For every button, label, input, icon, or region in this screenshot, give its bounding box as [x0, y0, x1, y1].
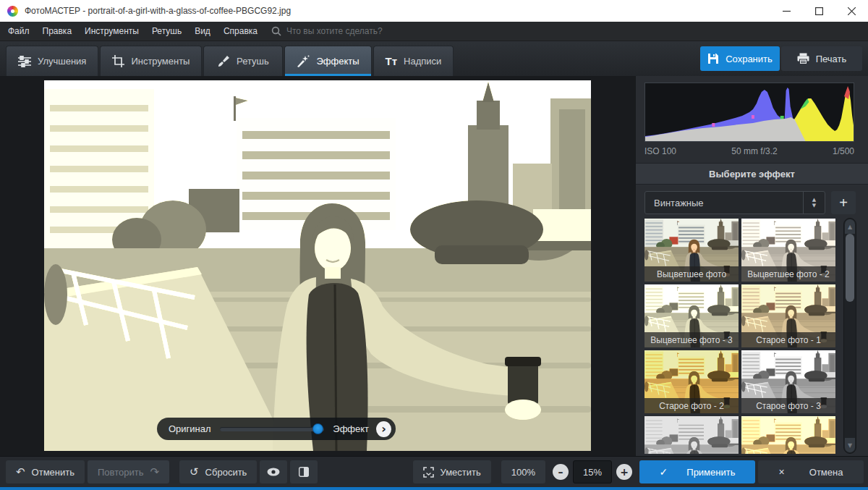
print-button[interactable]: Печать [781, 46, 862, 71]
spinner-arrows-icon[interactable]: ▲▼ [803, 192, 825, 214]
effect-preview [644, 416, 739, 454]
menu-view[interactable]: Вид [188, 22, 217, 41]
tab-label: Инструменты [131, 56, 190, 67]
save-button[interactable]: Сохранить [700, 46, 780, 71]
cancel-button[interactable]: × Отмена [758, 460, 864, 483]
check-icon: ✓ [660, 466, 668, 478]
crop-icon [112, 55, 124, 67]
tab-effects[interactable]: Эффекты [284, 46, 371, 76]
exif-iso: ISO 100 [644, 146, 676, 156]
search-input[interactable]: Что вы хотите сделать? [271, 26, 383, 36]
effect-label: Выцветшее фото - 2 [741, 266, 835, 282]
undo-button[interactable]: ↶ Отменить [6, 460, 85, 483]
zoom-in-button[interactable]: + [616, 464, 632, 480]
plus-icon: + [620, 466, 629, 478]
exif-shutter: 1/500 [833, 146, 854, 156]
effects-scrollbar[interactable]: ▲ ▼ [843, 218, 856, 454]
minimize-button[interactable] [770, 0, 803, 22]
window-accent-border [0, 487, 868, 490]
print-label: Печать [816, 54, 847, 64]
next-effect-button[interactable]: › [376, 421, 391, 437]
redo-button[interactable]: Повторить ↷ [88, 460, 169, 483]
scrollbar-thumb[interactable] [846, 234, 854, 302]
window-title: ФотоМАСТЕР - portrait-of-a-girl-with-a-g… [25, 6, 291, 16]
effect-thumbnail-5[interactable]: Старое фото - 2 [644, 350, 739, 413]
compare-slider-thumb[interactable] [312, 423, 323, 434]
scroll-down-icon[interactable]: ▼ [845, 438, 855, 452]
save-label: Сохранить [726, 54, 773, 64]
tab-label: Улучшения [38, 56, 86, 67]
effect-thumbnail-2[interactable]: Выцветшее фото - 2 [741, 219, 835, 282]
tab-tools[interactable]: Инструменты [100, 46, 202, 76]
save-icon [707, 53, 719, 64]
apply-label: Применить [686, 467, 735, 478]
app-window: ФотоМАСТЕР - portrait-of-a-girl-with-a-g… [0, 0, 868, 490]
compare-slider: Оригинал Эффект › [157, 418, 396, 440]
zoom-value-label: 15% [583, 467, 602, 478]
effect-thumbnail-8[interactable] [741, 416, 835, 454]
tab-retouch[interactable]: Ретушь [203, 46, 283, 76]
text-icon: Tт [386, 55, 398, 67]
zoom-100-button[interactable]: 100% [501, 460, 545, 483]
split-view-icon [299, 467, 309, 477]
reset-button[interactable]: ↺ Сбросить [179, 460, 257, 483]
effect-category-value: Винтажные [645, 198, 803, 208]
maximize-button[interactable] [803, 0, 835, 22]
redo-label: Повторить [98, 467, 143, 478]
undo-label: Отменить [32, 467, 75, 478]
menu-retouch[interactable]: Ретушь [145, 22, 188, 41]
app-logo-icon [7, 6, 18, 17]
photo-canvas: Оригинал Эффект › [0, 76, 635, 456]
effect-thumbnail-4[interactable]: Старое фото - 1 [741, 284, 835, 347]
menu-edit[interactable]: Правка [36, 22, 79, 41]
apply-button[interactable]: ✓ Применить [639, 460, 755, 483]
fit-label: Уместить [440, 467, 480, 478]
effect-label: Старое фото - 3 [741, 398, 835, 413]
undo-icon: ↶ [16, 467, 25, 478]
effect-thumbnail-7[interactable] [644, 416, 739, 454]
add-effect-button[interactable]: + [831, 191, 856, 214]
tab-label: Надписи [404, 56, 441, 67]
reset-label: Сбросить [205, 467, 247, 478]
scroll-up-icon[interactable]: ▲ [845, 219, 855, 234]
compare-original-label: Оригинал [169, 423, 211, 434]
effect-category-select[interactable]: Винтажные ▲▼ [644, 191, 825, 214]
title-bar: ФотоМАСТЕР - portrait-of-a-girl-with-a-g… [0, 0, 868, 22]
search-icon [271, 26, 281, 36]
tab-captions[interactable]: Tт Надписи [373, 46, 454, 76]
effect-preview [741, 416, 835, 454]
redo-icon: ↷ [150, 467, 159, 478]
tab-enhancements[interactable]: Улучшения [6, 46, 98, 76]
effect-thumbnail-6[interactable]: Старое фото - 3 [741, 350, 835, 413]
eye-icon [267, 468, 280, 476]
histogram [644, 83, 854, 142]
edited-photo [44, 80, 591, 451]
effect-label: Выцветшее фото [644, 266, 739, 282]
effects-header: Выберите эффект [636, 163, 868, 185]
printer-icon [797, 53, 809, 64]
tab-label: Ретушь [237, 56, 269, 67]
effect-label: Старое фото - 1 [741, 332, 835, 347]
zoom-out-button[interactable]: – [553, 464, 569, 480]
menu-tools[interactable]: Инструменты [78, 22, 145, 41]
effect-thumbnail-3[interactable]: Выцветшее фото - 3 [644, 284, 739, 347]
zoom-value[interactable]: 15% [573, 460, 612, 483]
show-original-button[interactable] [260, 460, 287, 483]
search-placeholder: Что вы хотите сделать? [286, 26, 383, 36]
zoom-100-label: 100% [511, 467, 535, 478]
menu-help[interactable]: Справка [217, 22, 264, 41]
compare-view-button[interactable] [290, 460, 318, 483]
close-button[interactable] [835, 0, 868, 22]
compare-effect-label: Эффект [333, 423, 369, 434]
effect-label: Выцветшее фото - 3 [644, 332, 739, 347]
effect-thumbnail-1[interactable]: Выцветшее фото [644, 219, 739, 282]
cancel-label: Отмена [809, 467, 843, 478]
menu-file[interactable]: Файл [1, 22, 36, 41]
menu-bar: Файл Правка Инструменты Ретушь Вид Справ… [0, 22, 868, 41]
fit-button[interactable]: Уместить [413, 460, 490, 483]
magic-wand-icon [297, 55, 310, 67]
exif-lens: 50 mm f/3.2 [731, 146, 777, 156]
compare-track[interactable] [220, 427, 325, 431]
close-x-icon: × [779, 466, 785, 478]
effects-panel: ISO 100 50 mm f/3.2 1/500 Выберите эффек… [635, 76, 868, 456]
